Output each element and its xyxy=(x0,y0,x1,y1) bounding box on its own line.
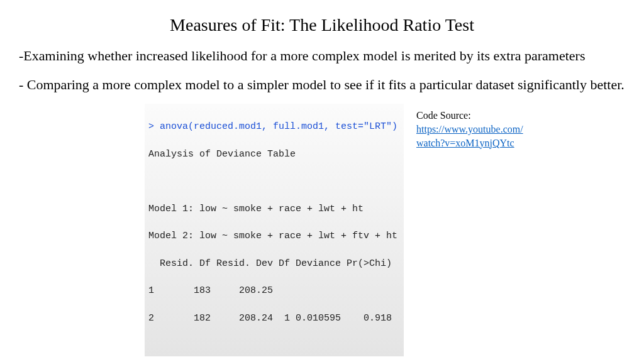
code-header-line: Analysis of Deviance Table xyxy=(148,148,400,162)
code-model2-line: Model 2: low ~ smoke + race + lwt + ftv … xyxy=(148,229,400,243)
code-block: > anova(reduced.mod1, full.mod1, test="L… xyxy=(145,104,404,356)
code-columns-line: Resid. Df Resid. Dev Df Deviance Pr(>Chi… xyxy=(148,257,400,271)
code-source-label: Code Source: xyxy=(416,109,526,123)
code-source-link[interactable]: https://www.youtube.com/watch?v=xoM1ynjQ… xyxy=(416,124,523,148)
code-source-box: Code Source: https://www.youtube.com/wat… xyxy=(416,109,526,150)
code-and-source-row: > anova(reduced.mod1, full.mod1, test="L… xyxy=(19,104,625,356)
code-row1-line: 1 183 208.25 xyxy=(148,284,400,298)
code-prompt-line: > anova(reduced.mod1, full.mod1, test="L… xyxy=(148,120,400,134)
code-model1-line: Model 1: low ~ smoke + race + lwt + ht xyxy=(148,202,400,216)
code-blank-line xyxy=(148,175,400,189)
slide-title: Measures of Fit: The Likelihood Ratio Te… xyxy=(19,15,625,35)
code-row2-line: 2 182 208.24 1 0.010595 0.918 xyxy=(148,312,400,326)
bullet-2: - Comparing a more complex model to a si… xyxy=(19,75,625,94)
bullet-1: -Examining whether increased likelihood … xyxy=(19,47,625,65)
